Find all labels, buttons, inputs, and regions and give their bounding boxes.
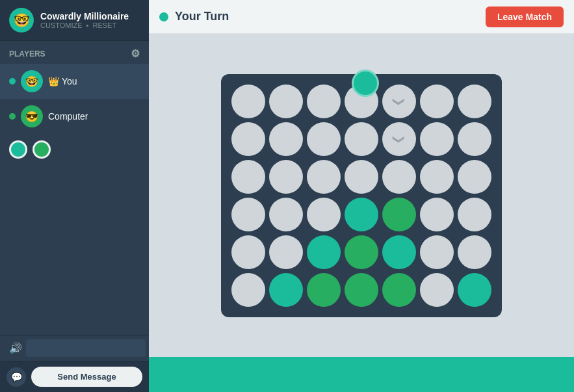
players-section-header: Players ⚙	[0, 41, 149, 64]
avatar-icon-you: 🤓	[25, 75, 38, 88]
token-green	[33, 140, 51, 159]
board-cell[interactable]	[420, 198, 454, 231]
sidebar-footer: 🔊 ☰ ♥ 💬 Send Message	[0, 335, 149, 392]
avatar-icon-computer: 😎	[25, 111, 38, 123]
reset-link[interactable]: RESET	[92, 21, 116, 29]
chat-toolbar: 🔊 ☰ ♥	[0, 335, 149, 361]
board-cell[interactable]	[345, 235, 378, 269]
board-cell[interactable]	[420, 122, 454, 156]
crown-icon-you: 👑	[48, 76, 59, 86]
token-cyan	[9, 140, 27, 159]
turn-text: Your Turn	[175, 10, 229, 23]
board-cell[interactable]	[231, 273, 265, 307]
board-cell[interactable]	[269, 85, 303, 118]
header-info: Cowardly Millionaire CUSTOMIZE • RESET	[40, 11, 140, 29]
turn-dot-icon	[159, 12, 168, 21]
player-row-you[interactable]: 🤓 👑 You	[0, 64, 149, 99]
board-cell[interactable]	[269, 235, 303, 269]
players-label-text: Players	[9, 49, 46, 59]
board-cell[interactable]	[269, 273, 303, 307]
bottom-bar	[149, 357, 574, 392]
board-cell[interactable]	[420, 235, 454, 269]
board-cell[interactable]	[458, 160, 491, 194]
board-cell[interactable]	[231, 122, 265, 156]
tokens-row	[0, 134, 149, 165]
board-cell[interactable]	[231, 160, 265, 194]
player-avatar-computer: 😎	[21, 105, 43, 127]
board-cell[interactable]	[307, 273, 341, 307]
board-cell[interactable]	[307, 122, 341, 156]
board-cell[interactable]	[345, 273, 378, 307]
board-cell[interactable]	[458, 273, 491, 307]
chat-input[interactable]	[26, 339, 146, 357]
board-cell[interactable]	[382, 85, 416, 118]
board-cell[interactable]	[269, 198, 303, 231]
board-cell[interactable]	[420, 273, 454, 307]
board-cell[interactable]	[345, 160, 378, 194]
player-indicator-computer	[9, 113, 16, 120]
filter-icon[interactable]: ⚙	[131, 47, 140, 60]
board-cell[interactable]	[420, 160, 454, 194]
player-name-computer: Computer	[48, 111, 88, 122]
customize-link[interactable]: CUSTOMIZE	[40, 21, 83, 29]
player-name-you: 👑 You	[48, 76, 77, 86]
avatar-face-icon: 🤓	[14, 12, 30, 28]
user-avatar: 🤓	[9, 8, 34, 33]
board-cell[interactable]	[231, 198, 265, 231]
game-area	[149, 34, 574, 357]
turn-indicator: Your Turn	[159, 10, 229, 23]
board-cell[interactable]	[458, 198, 491, 231]
top-bar: Your Turn Leave Match	[149, 0, 574, 34]
board-cell[interactable]	[382, 160, 416, 194]
board-cell[interactable]	[345, 122, 378, 156]
board-cell[interactable]	[382, 273, 416, 307]
floating-piece	[352, 70, 379, 97]
board-cell[interactable]	[382, 198, 416, 231]
board-cell[interactable]	[307, 235, 341, 269]
player-row-computer[interactable]: 😎 Computer	[0, 99, 149, 134]
board-cell[interactable]	[345, 198, 378, 231]
board-cell[interactable]	[458, 122, 491, 156]
board-cell[interactable]	[307, 198, 341, 231]
sound-icon-btn[interactable]: 🔊	[5, 339, 26, 357]
separator: •	[86, 21, 89, 29]
leave-match-button[interactable]: Leave Match	[486, 7, 564, 27]
board-cell[interactable]	[231, 235, 265, 269]
board-cell[interactable]	[307, 160, 341, 194]
header-subtitle: CUSTOMIZE • RESET	[40, 21, 140, 29]
player-indicator-you	[9, 78, 16, 85]
board-cell[interactable]	[269, 122, 303, 156]
sidebar-header: 🤓 Cowardly Millionaire CUSTOMIZE • RESET	[0, 0, 149, 41]
board-cell[interactable]	[382, 122, 416, 156]
board-cell[interactable]	[231, 85, 265, 118]
sidebar: 🤓 Cowardly Millionaire CUSTOMIZE • RESET…	[0, 0, 149, 392]
player-avatar-you: 🤓	[21, 70, 43, 92]
send-message-button[interactable]: Send Message	[31, 367, 142, 387]
board-cell[interactable]	[269, 160, 303, 194]
board-cell[interactable]	[307, 85, 341, 118]
app-title: Cowardly Millionaire	[40, 11, 140, 21]
board-cell[interactable]	[382, 235, 416, 269]
board-cell[interactable]	[458, 235, 491, 269]
chat-bottom: 💬 Send Message	[0, 361, 149, 392]
board-cell[interactable]	[420, 85, 454, 118]
message-bubble-icon[interactable]: 💬	[7, 367, 26, 387]
game-board[interactable]	[221, 74, 502, 317]
main-area: Your Turn Leave Match	[149, 0, 574, 392]
board-cell[interactable]	[458, 85, 491, 118]
